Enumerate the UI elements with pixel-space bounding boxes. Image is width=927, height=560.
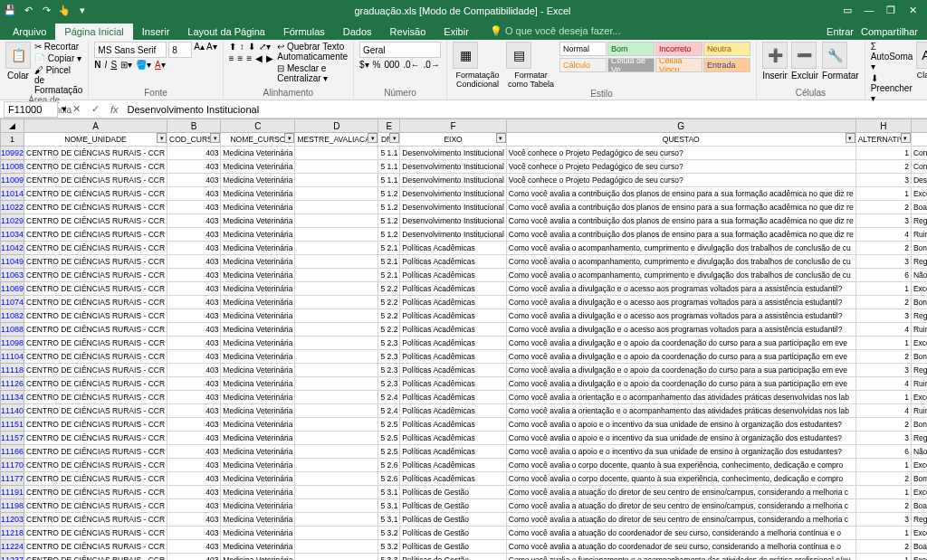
cell[interactable]: Desenvolvimento Institucional — [400, 174, 506, 187]
cell[interactable]: Bons — [911, 418, 927, 432]
cell[interactable]: 5 1.1 — [378, 160, 400, 174]
cell[interactable]: Medicina Veterinária — [221, 391, 295, 404]
cell[interactable]: 1 — [855, 391, 911, 404]
cell[interactable] — [295, 187, 378, 201]
cell[interactable] — [295, 486, 378, 499]
cell[interactable]: CENTRO DE CIÊNCIAS RURAIS - CCR — [24, 309, 167, 323]
filter-icon[interactable]: ▾ — [496, 133, 506, 143]
row-header[interactable]: 11170 — [1, 459, 24, 472]
cell[interactable]: Medicina Veterinária — [221, 323, 295, 337]
cell[interactable]: Políticas Acadêmicas — [400, 282, 506, 296]
cell[interactable]: Medicina Veterinária — [221, 499, 295, 513]
cell[interactable]: 403 — [167, 527, 221, 540]
cell[interactable]: 403 — [167, 472, 221, 486]
cell[interactable]: 1 — [855, 147, 911, 160]
col-header-F[interactable]: F — [400, 119, 506, 133]
cell[interactable]: CENTRO DE CIÊNCIAS RURAIS - CCR — [24, 472, 167, 486]
cell[interactable]: Medicina Veterinária — [221, 282, 295, 296]
cell[interactable]: Desenvolvimento Institucional — [400, 160, 506, 174]
cell[interactable]: Excelente — [911, 187, 927, 201]
cell[interactable]: 403 — [167, 309, 221, 323]
cell[interactable] — [295, 160, 378, 174]
fill[interactable]: ⬇ Preencher ▾ — [871, 73, 913, 103]
filter-icon[interactable]: ▾ — [389, 133, 399, 143]
cell[interactable]: Medicina Veterinária — [221, 432, 295, 445]
save-icon[interactable]: 💾 — [4, 5, 16, 16]
ribbon-options-icon[interactable]: ▭ — [838, 5, 856, 16]
cell[interactable]: CENTRO DE CIÊNCIAS RURAIS - CCR — [24, 255, 167, 269]
cell[interactable]: Políticas de Gestão — [400, 554, 506, 561]
row-header[interactable]: 11098 — [1, 337, 24, 350]
row-header[interactable]: 11134 — [1, 391, 24, 404]
cell[interactable]: 5 2.5 — [378, 432, 400, 445]
italic-icon[interactable]: I — [105, 60, 108, 70]
cell[interactable]: Políticas Acadêmicas — [400, 255, 506, 269]
align-right-icon[interactable]: ≡ — [246, 53, 252, 63]
cell[interactable] — [295, 174, 378, 187]
cell[interactable]: Como você avalia a divulgação e o apoio … — [506, 364, 855, 377]
cell[interactable]: Políticas Acadêmicas — [400, 432, 506, 445]
cell[interactable]: 1 — [855, 554, 911, 561]
cell[interactable]: Medicina Veterinária — [221, 201, 295, 214]
thousand-icon[interactable]: 000 — [385, 60, 400, 70]
cell[interactable]: Como você avalia o funcionamento e o aco… — [506, 554, 855, 561]
row-header[interactable]: 11157 — [1, 432, 24, 445]
cell[interactable]: CENTRO DE CIÊNCIAS RURAIS - CCR — [24, 242, 167, 255]
row-header[interactable]: 11218 — [1, 527, 24, 540]
grow-font-icon[interactable]: A▴ — [194, 42, 205, 58]
cell[interactable]: CENTRO DE CIÊNCIAS RURAIS - CCR — [24, 459, 167, 472]
cell[interactable]: 5 2.2 — [378, 296, 400, 309]
cell[interactable]: 2 — [855, 418, 911, 432]
cell[interactable]: 5 2.3 — [378, 364, 400, 377]
cell[interactable]: Você conhece o Projeto Pedagógico de seu… — [506, 147, 855, 160]
cell[interactable] — [295, 554, 378, 561]
cell[interactable]: 5 3.1 — [378, 499, 400, 513]
cell[interactable]: 403 — [167, 350, 221, 364]
cell[interactable]: Medicina Veterinária — [221, 445, 295, 459]
border-icon[interactable]: ⊞▾ — [120, 60, 132, 70]
cell[interactable]: Como você avalia o apoio e o incentivo d… — [506, 445, 855, 459]
cell[interactable] — [295, 255, 378, 269]
cell[interactable]: Como você avalia a divulgação e o acesso… — [506, 309, 855, 323]
cell[interactable]: 5 1.1 — [378, 147, 400, 160]
cell[interactable]: Medicina Veterinária — [221, 472, 295, 486]
cell[interactable]: Políticas Acadêmicas — [400, 445, 506, 459]
cell[interactable]: Medicina Veterinária — [221, 187, 295, 201]
copy[interactable]: 📄 Copiar ▾ — [34, 53, 82, 63]
cell[interactable]: CENTRO DE CIÊNCIAS RURAIS - CCR — [24, 499, 167, 513]
cell[interactable] — [295, 499, 378, 513]
cell[interactable] — [295, 147, 378, 160]
row-header[interactable]: 11088 — [1, 323, 24, 337]
row-header[interactable]: 11009 — [1, 174, 24, 187]
cell[interactable]: Desenvolvimento Institucional — [400, 228, 506, 242]
row-header[interactable]: 11049 — [1, 255, 24, 269]
cell[interactable]: CENTRO DE CIÊNCIAS RURAIS - CCR — [24, 214, 167, 228]
cell[interactable]: Políticas Acadêmicas — [400, 309, 506, 323]
cell[interactable]: Como você avalia a atuação do diretor de… — [506, 499, 855, 513]
cell[interactable]: 403 — [167, 201, 221, 214]
cell[interactable]: Regulares — [911, 364, 927, 377]
cell[interactable]: Políticas Acadêmicas — [400, 364, 506, 377]
header-cell[interactable]: EIXO▾ — [400, 133, 506, 147]
cell[interactable]: Medicina Veterinária — [221, 404, 295, 418]
dec-decimal-icon[interactable]: .0→ — [424, 60, 440, 70]
cell[interactable]: 1 — [855, 187, 911, 201]
cell[interactable]: Medicina Veterinária — [221, 160, 295, 174]
cell[interactable]: Excelentes — [911, 554, 927, 561]
cell[interactable]: CENTRO DE CIÊNCIAS RURAIS - CCR — [24, 364, 167, 377]
formula-input[interactable] — [124, 104, 927, 115]
insert-cells-icon[interactable]: ➕ — [762, 42, 788, 69]
cell[interactable]: 403 — [167, 418, 221, 432]
cell[interactable]: 2 — [855, 350, 911, 364]
cell[interactable]: CENTRO DE CIÊNCIAS RURAIS - CCR — [24, 377, 167, 391]
cell[interactable]: 3 — [855, 513, 911, 527]
cell[interactable]: 2 — [855, 499, 911, 513]
cell[interactable]: CENTRO DE CIÊNCIAS RURAIS - CCR — [24, 337, 167, 350]
cell[interactable]: CENTRO DE CIÊNCIAS RURAIS - CCR — [24, 418, 167, 432]
cell[interactable]: Ruins — [911, 404, 927, 418]
cell[interactable]: Medicina Veterinária — [221, 174, 295, 187]
font-name[interactable] — [94, 42, 167, 58]
row-header[interactable]: 11104 — [1, 350, 24, 364]
style-incorreto[interactable]: Incorreto — [655, 42, 702, 56]
enter-icon[interactable]: ✓ — [86, 103, 105, 115]
